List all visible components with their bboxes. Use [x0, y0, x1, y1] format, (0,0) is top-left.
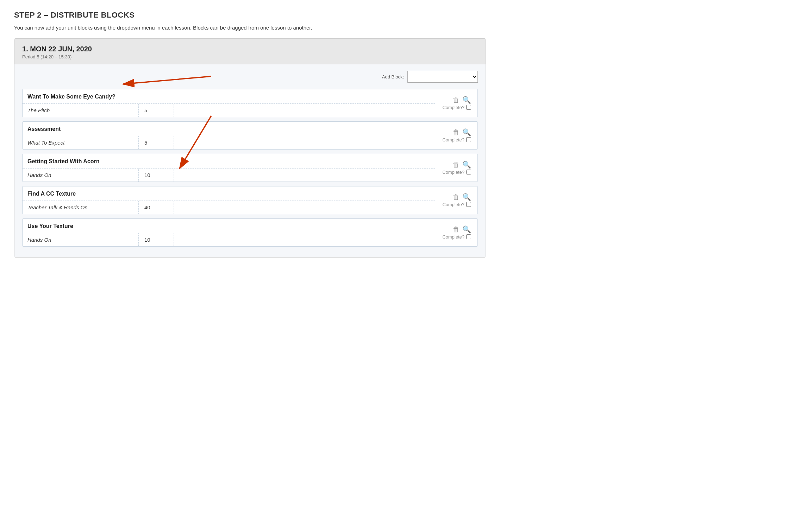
complete-row: Complete? — [442, 234, 471, 240]
block-row: Assessment What To Expect 5 🗑 🔍 Complete… — [22, 121, 478, 150]
block-duration: 10 — [139, 169, 174, 182]
zoom-icon[interactable]: 🔍 — [462, 161, 471, 168]
lesson-header: 1. MON 22 JUN, 2020 Period 5 (14:20 – 15… — [14, 39, 486, 64]
block-detail-row: Teacher Talk & Hands On 40 — [23, 201, 435, 214]
block-row: Use Your Texture Hands On 10 🗑 🔍 Complet… — [22, 218, 478, 247]
block-duration: 5 — [139, 136, 174, 149]
block-content: Want To Make Some Eye Candy? The Pitch 5 — [23, 89, 435, 117]
block-content: Find A CC Texture Teacher Talk & Hands O… — [23, 186, 435, 214]
block-title: Assessment — [23, 122, 435, 136]
block-detail-row: Hands On 10 — [23, 169, 435, 182]
block-name: Teacher Talk & Hands On — [23, 201, 139, 214]
complete-row: Complete? — [442, 170, 471, 175]
block-actions: 🗑 🔍 Complete? — [435, 122, 477, 149]
block-detail-row: What To Expect 5 — [23, 136, 435, 149]
svg-line-1 — [123, 76, 211, 84]
add-block-row: Add Block: — [22, 71, 478, 83]
block-actions: 🗑 🔍 Complete? — [435, 219, 477, 246]
block-duration: 40 — [139, 201, 174, 214]
block-actions: 🗑 🔍 Complete? — [435, 154, 477, 182]
complete-label: Complete? — [442, 105, 464, 110]
complete-row: Complete? — [442, 137, 471, 142]
page-title: STEP 2 – DISTRIBUTE BLOCKS — [14, 11, 798, 20]
complete-label: Complete? — [442, 234, 464, 240]
block-name: The Pitch — [23, 104, 139, 117]
block-name: Hands On — [23, 233, 139, 246]
block-actions: 🗑 🔍 Complete? — [435, 89, 477, 117]
delete-icon[interactable]: 🗑 — [452, 193, 460, 201]
block-row: Want To Make Some Eye Candy? The Pitch 5… — [22, 89, 478, 117]
complete-label: Complete? — [442, 202, 464, 207]
block-icons-row: 🗑 🔍 — [452, 96, 471, 103]
block-icons-row: 🗑 🔍 — [452, 129, 471, 136]
annotation-arrows — [14, 38, 798, 258]
complete-checkbox[interactable] — [466, 105, 471, 110]
block-detail-row: Hands On 10 — [23, 233, 435, 246]
block-content: Assessment What To Expect 5 — [23, 122, 435, 149]
lesson-body: Add Block: Want To Make Some Eye Candy? … — [14, 64, 486, 257]
lesson-period: Period 5 (14:20 – 15:30) — [22, 54, 478, 59]
zoom-icon[interactable]: 🔍 — [462, 226, 471, 233]
zoom-icon[interactable]: 🔍 — [462, 96, 471, 103]
page-subtitle: You can now add your unit blocks using t… — [14, 25, 798, 31]
block-name: Hands On — [23, 169, 139, 182]
add-block-select[interactable] — [407, 71, 478, 83]
block-duration: 5 — [139, 104, 174, 117]
complete-checkbox[interactable] — [466, 170, 471, 174]
block-row: Getting Started With Acorn Hands On 10 🗑… — [22, 154, 478, 182]
block-icons-row: 🗑 🔍 — [452, 161, 471, 168]
complete-row: Complete? — [442, 105, 471, 110]
delete-icon[interactable]: 🗑 — [452, 161, 460, 168]
complete-checkbox[interactable] — [466, 202, 471, 207]
block-icons-row: 🗑 🔍 — [452, 226, 471, 233]
block-title: Find A CC Texture — [23, 186, 435, 201]
complete-checkbox[interactable] — [466, 137, 471, 142]
delete-icon[interactable]: 🗑 — [452, 226, 460, 233]
block-actions: 🗑 🔍 Complete? — [435, 186, 477, 214]
lesson-date: 1. MON 22 JUN, 2020 — [22, 45, 478, 53]
complete-label: Complete? — [442, 170, 464, 175]
block-row: Find A CC Texture Teacher Talk & Hands O… — [22, 186, 478, 214]
delete-icon[interactable]: 🗑 — [452, 129, 460, 136]
complete-row: Complete? — [442, 202, 471, 207]
block-title: Getting Started With Acorn — [23, 154, 435, 169]
zoom-icon[interactable]: 🔍 — [462, 129, 471, 136]
block-duration: 10 — [139, 233, 174, 246]
block-icons-row: 🗑 🔍 — [452, 193, 471, 201]
block-content: Use Your Texture Hands On 10 — [23, 219, 435, 246]
complete-label: Complete? — [442, 137, 464, 142]
zoom-icon[interactable]: 🔍 — [462, 193, 471, 201]
svg-line-2 — [180, 116, 211, 169]
delete-icon[interactable]: 🗑 — [452, 96, 460, 103]
block-detail-row: The Pitch 5 — [23, 104, 435, 117]
block-content: Getting Started With Acorn Hands On 10 — [23, 154, 435, 182]
add-block-label: Add Block: — [382, 74, 404, 80]
lesson-container: 1. MON 22 JUN, 2020 Period 5 (14:20 – 15… — [14, 38, 486, 258]
block-name: What To Expect — [23, 136, 139, 149]
block-title: Use Your Texture — [23, 219, 435, 233]
complete-checkbox[interactable] — [466, 234, 471, 239]
block-title: Want To Make Some Eye Candy? — [23, 89, 435, 104]
